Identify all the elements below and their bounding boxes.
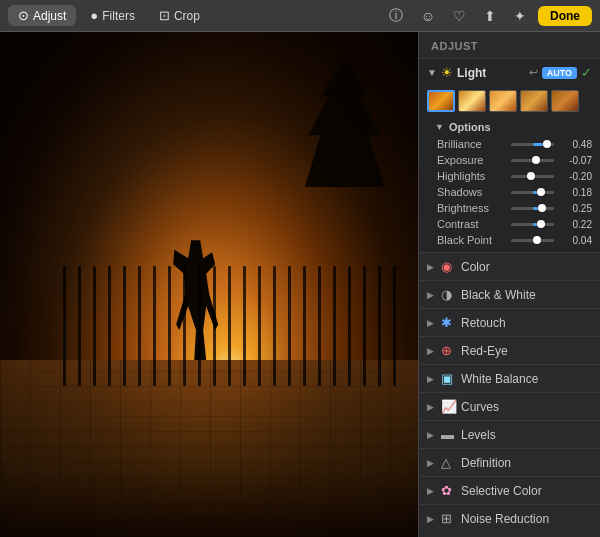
section-header-definition[interactable]: ▶ △ Definition <box>419 449 600 476</box>
slider-value-highlights: -0.20 <box>560 171 592 182</box>
slider-thumb[interactable] <box>538 204 546 212</box>
presets-thumbnails <box>419 86 600 118</box>
reset-icon[interactable]: ↩ <box>529 66 538 79</box>
label-curves: Curves <box>461 400 592 414</box>
light-section-header[interactable]: ▼ ☀ Light ↩ AUTO ✓ <box>419 59 600 86</box>
section-black-white: ▶ ◑ Black & White <box>419 280 600 308</box>
section-noise-reduction: ▶ ⊞ Noise Reduction <box>419 504 600 532</box>
light-title: Light <box>457 66 525 80</box>
section-header-black-white[interactable]: ▶ ◑ Black & White <box>419 281 600 308</box>
share-button[interactable]: ⬆ <box>478 5 502 27</box>
slider-track-black-point[interactable] <box>511 239 554 242</box>
slider-track-exposure[interactable] <box>511 159 554 162</box>
slider-label-contrast: Contrast <box>437 218 505 230</box>
slider-value-brilliance: 0.48 <box>560 139 592 150</box>
filters-button[interactable]: ● Filters <box>80 5 145 26</box>
photo-background <box>0 32 418 537</box>
right-panel: ADJUST ▼ ☀ Light ↩ AUTO ✓ <box>418 32 600 537</box>
label-definition: Definition <box>461 456 592 470</box>
main-area: ADJUST ▼ ☀ Light ↩ AUTO ✓ <box>0 32 600 537</box>
slider-thumb[interactable] <box>543 140 551 148</box>
section-header-selective-color[interactable]: ▶ ✿ Selective Color <box>419 477 600 504</box>
slider-thumb[interactable] <box>537 220 545 228</box>
label-color: Color <box>461 260 592 274</box>
slider-track-highlights[interactable] <box>511 175 554 178</box>
label-noise-reduction: Noise Reduction <box>461 512 592 526</box>
slider-value-shadows: 0.18 <box>560 187 592 198</box>
adjust-button[interactable]: ⊙ Adjust <box>8 5 76 26</box>
crop-button[interactable]: ⊡ Crop <box>149 5 210 26</box>
section-header-retouch[interactable]: ▶ ✱ Retouch <box>419 309 600 336</box>
crop-icon: ⊡ <box>159 8 170 23</box>
chevron-icon-selective-color: ▶ <box>427 486 437 496</box>
slider-value-exposure: -0.07 <box>560 155 592 166</box>
slider-row-brilliance: Brilliance 0.48 <box>419 136 600 152</box>
adjust-label: Adjust <box>33 9 66 23</box>
icon-curves: 📈 <box>441 399 457 414</box>
slider-row-highlights: Highlights -0.20 <box>419 168 600 184</box>
sections-container: ▶ ◉ Color ▶ ◑ Black & White ▶ ✱ Retouch … <box>419 252 600 532</box>
section-retouch: ▶ ✱ Retouch <box>419 308 600 336</box>
preset-thumb-1[interactable] <box>427 90 455 112</box>
slider-value-black-point: 0.04 <box>560 235 592 246</box>
section-header-levels[interactable]: ▶ ▬ Levels <box>419 421 600 448</box>
chevron-icon-white-balance: ▶ <box>427 374 437 384</box>
icon-selective-color: ✿ <box>441 483 457 498</box>
chevron-icon-retouch: ▶ <box>427 318 437 328</box>
preset-thumb-2[interactable] <box>458 90 486 112</box>
section-header-noise-reduction[interactable]: ▶ ⊞ Noise Reduction <box>419 505 600 532</box>
label-retouch: Retouch <box>461 316 592 330</box>
photo-area <box>0 32 418 537</box>
adjust-icon: ⊙ <box>18 8 29 23</box>
section-header-color[interactable]: ▶ ◉ Color <box>419 253 600 280</box>
section-red-eye: ▶ ⊕ Red-Eye <box>419 336 600 364</box>
section-white-balance: ▶ ▣ White Balance <box>419 364 600 392</box>
options-header[interactable]: ▼ Options <box>419 118 600 136</box>
label-levels: Levels <box>461 428 592 442</box>
section-header-red-eye[interactable]: ▶ ⊕ Red-Eye <box>419 337 600 364</box>
section-selective-color: ▶ ✿ Selective Color <box>419 476 600 504</box>
section-definition: ▶ △ Definition <box>419 448 600 476</box>
emoji-button[interactable]: ☺ <box>415 5 441 27</box>
section-header-white-balance[interactable]: ▶ ▣ White Balance <box>419 365 600 392</box>
label-black-white: Black & White <box>461 288 592 302</box>
slider-label-highlights: Highlights <box>437 170 505 182</box>
slider-thumb[interactable] <box>532 156 540 164</box>
options-label: Options <box>449 121 491 133</box>
done-button[interactable]: Done <box>538 6 592 26</box>
panel-header: ADJUST <box>419 32 600 59</box>
sliders-container: Brilliance 0.48 Exposure -0.07 Highlight… <box>419 136 600 248</box>
slider-label-brilliance: Brilliance <box>437 138 505 150</box>
slider-row-brightness: Brightness 0.25 <box>419 200 600 216</box>
slider-thumb[interactable] <box>527 172 535 180</box>
magic-button[interactable]: ✦ <box>508 5 532 27</box>
icon-color: ◉ <box>441 259 457 274</box>
slider-fill <box>533 143 543 146</box>
slider-row-contrast: Contrast 0.22 <box>419 216 600 232</box>
label-red-eye: Red-Eye <box>461 344 592 358</box>
icon-noise-reduction: ⊞ <box>441 511 457 526</box>
icon-definition: △ <box>441 455 457 470</box>
auto-check-icon: ✓ <box>581 65 592 80</box>
preset-thumb-4[interactable] <box>520 90 548 112</box>
auto-badge[interactable]: AUTO <box>542 67 577 79</box>
toolbar: ⊙ Adjust ● Filters ⊡ Crop ⓘ ☺ ♡ ⬆ ✦ Done <box>0 0 600 32</box>
section-header-curves[interactable]: ▶ 📈 Curves <box>419 393 600 420</box>
slider-value-contrast: 0.22 <box>560 219 592 230</box>
slider-thumb[interactable] <box>533 236 541 244</box>
slider-track-brilliance[interactable] <box>511 143 554 146</box>
preset-thumb-5[interactable] <box>551 90 579 112</box>
light-icon: ☀ <box>441 65 453 80</box>
info-button[interactable]: ⓘ <box>383 4 409 28</box>
slider-track-brightness[interactable] <box>511 207 554 210</box>
slider-track-shadows[interactable] <box>511 191 554 194</box>
icon-levels: ▬ <box>441 427 457 442</box>
chevron-icon-color: ▶ <box>427 262 437 272</box>
chevron-icon-definition: ▶ <box>427 458 437 468</box>
preset-thumb-3[interactable] <box>489 90 517 112</box>
slider-track-contrast[interactable] <box>511 223 554 226</box>
chevron-icon-noise-reduction: ▶ <box>427 514 437 524</box>
heart-button[interactable]: ♡ <box>447 5 472 27</box>
panel-content: ▼ ☀ Light ↩ AUTO ✓ <box>419 59 600 537</box>
slider-thumb[interactable] <box>537 188 545 196</box>
